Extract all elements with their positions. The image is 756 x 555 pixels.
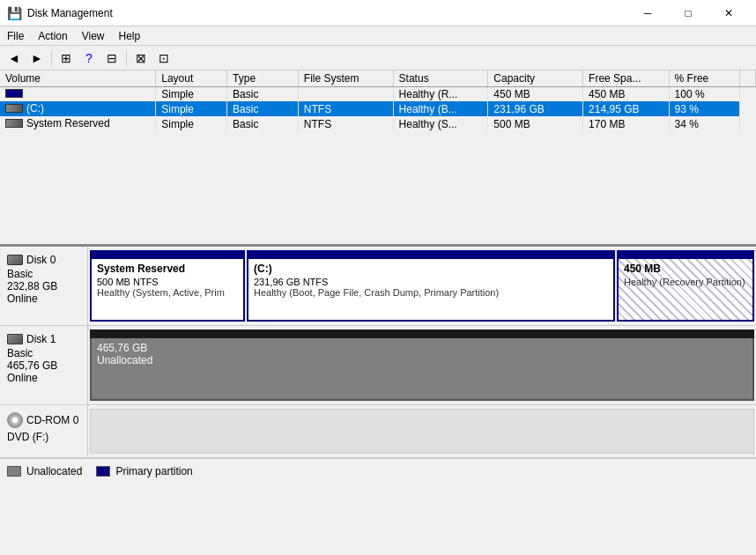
menu-bar: File Action View Help — [0, 26, 756, 46]
disk0-type: Basic — [7, 268, 80, 280]
cell-fs: NTFS — [298, 116, 393, 131]
cell-type: Basic — [227, 101, 299, 116]
cell-pct: 100 % — [669, 87, 740, 102]
table-row[interactable]: Simple Basic Healthy (R... 450 MB 450 MB… — [0, 87, 756, 102]
partition-name: 450 MB — [624, 263, 747, 275]
disk0-size: 232,88 GB — [7, 280, 80, 292]
partition-status: Healthy (Boot, Page File, Crash Dump, Pr… — [254, 287, 608, 298]
main-content: Volume Layout Type File System Status Ca… — [0, 70, 756, 555]
disk-label-1: Disk 1 Basic 465,76 GB Online — [0, 326, 88, 404]
cell-free: 170 MB — [583, 116, 669, 131]
cell-status: Healthy (R... — [393, 87, 488, 102]
partition-size: 231,96 GB NTFS — [254, 277, 608, 287]
partition-name: (C:) — [254, 263, 608, 275]
cell-free: 214,95 GB — [583, 101, 669, 116]
legend-box-unallocated — [7, 466, 21, 477]
cell-type: Basic — [227, 116, 299, 131]
cdrom-type: DVD (F:) — [7, 431, 80, 443]
legend-primary: Primary partition — [96, 465, 192, 477]
legend-label-unallocated: Unallocated — [26, 465, 82, 477]
disk1-size: 465,76 GB — [7, 359, 80, 372]
minimize-button[interactable]: ─ — [627, 0, 668, 26]
cell-fs — [298, 87, 393, 102]
cell-capacity: 500 MB — [488, 116, 583, 131]
col-capacity[interactable]: Capacity — [488, 70, 583, 87]
toolbar-list[interactable]: ⊞ — [56, 48, 77, 68]
cell-capacity: 450 MB — [488, 87, 583, 102]
legend-bar: Unallocated Primary partition — [0, 458, 756, 483]
disk-label-cdrom: CD-ROM 0 DVD (F:) — [0, 405, 88, 457]
disk1-status: Online — [7, 372, 80, 384]
col-filesystem[interactable]: File System — [298, 70, 393, 87]
legend-box-primary — [96, 466, 110, 477]
toolbar-sep2 — [126, 50, 127, 66]
col-percent[interactable]: % Free — [669, 70, 740, 87]
cell-volume — [0, 87, 156, 102]
app-icon: 💾 — [7, 6, 22, 20]
partition-c-drive[interactable]: (C:) 231,96 GB NTFS Healthy (Boot, Page … — [247, 259, 615, 322]
disk-row-cdrom: CD-ROM 0 DVD (F:) — [0, 405, 756, 458]
maximize-button[interactable]: □ — [668, 0, 708, 26]
unallocated-label: Unallocated — [97, 354, 747, 366]
partition-size: 500 MB NTFS — [97, 277, 238, 287]
col-layout[interactable]: Layout — [156, 70, 227, 87]
disk-label-0: Disk 0 Basic 232,88 GB Online — [0, 247, 88, 325]
disk-row-0: Disk 0 Basic 232,88 GB Online System Res… — [0, 247, 756, 326]
menu-action[interactable]: Action — [31, 28, 74, 44]
partition-recovery[interactable]: 450 MB Healthy (Recovery Partition) — [617, 259, 754, 322]
toolbar-settings[interactable]: ⊟ — [101, 48, 122, 68]
toolbar-sep1 — [51, 50, 52, 66]
cell-layout: Simple — [156, 116, 227, 131]
toolbar-forward[interactable]: ► — [26, 48, 48, 68]
col-volume[interactable]: Volume — [0, 70, 156, 87]
disk1-type: Basic — [7, 347, 80, 359]
menu-view[interactable]: View — [75, 28, 112, 44]
unallocated-size: 465,76 GB — [97, 342, 747, 354]
cell-layout: Simple — [156, 87, 227, 102]
disk0-name: Disk 0 — [26, 254, 56, 266]
cell-layout: Simple — [156, 101, 227, 116]
disk-row-1: Disk 1 Basic 465,76 GB Online 465,76 GB … — [0, 326, 756, 405]
toolbar-extra[interactable]: ⊡ — [153, 48, 174, 68]
cell-fs: NTFS — [298, 101, 393, 116]
toolbar-help[interactable]: ? — [78, 48, 100, 68]
table-row[interactable]: System Reserved Simple Basic NTFS Health… — [0, 116, 756, 131]
col-freespace[interactable]: Free Spa... — [583, 70, 669, 87]
cell-pct: 93 % — [669, 101, 740, 116]
title-bar: 💾 Disk Management ─ □ ✕ — [0, 0, 756, 26]
col-extra — [740, 70, 756, 87]
menu-help[interactable]: Help — [112, 28, 148, 44]
disk1-name: Disk 1 — [26, 333, 56, 345]
disk-view-pane: Disk 0 Basic 232,88 GB Online System Res… — [0, 247, 756, 555]
cell-pct: 34 % — [669, 116, 740, 131]
cell-volume: System Reserved — [0, 116, 156, 131]
toolbar: ◄ ► ⊞ ? ⊟ ⊠ ⊡ — [0, 46, 756, 70]
cell-status: Healthy (S... — [393, 116, 488, 131]
cdrom-name: CD-ROM 0 — [26, 414, 78, 426]
col-status[interactable]: Status — [393, 70, 488, 87]
partition-status: Healthy (System, Active, Prim — [97, 287, 238, 298]
close-button[interactable]: ✕ — [708, 0, 749, 26]
legend-label-primary: Primary partition — [115, 465, 192, 477]
col-type[interactable]: Type — [227, 70, 299, 87]
toolbar-detail[interactable]: ⊠ — [130, 48, 152, 68]
cell-status: Healthy (B... — [393, 101, 488, 116]
cell-type: Basic — [227, 87, 299, 102]
cell-free: 450 MB — [583, 87, 669, 102]
menu-file[interactable]: File — [0, 28, 31, 44]
toolbar-back[interactable]: ◄ — [4, 48, 25, 68]
disk0-status: Online — [7, 292, 80, 305]
volume-table: Volume Layout Type File System Status Ca… — [0, 70, 756, 131]
legend-unallocated: Unallocated — [7, 465, 82, 477]
cell-capacity: 231,96 GB — [488, 101, 583, 116]
window-title: Disk Management — [27, 7, 113, 19]
partition-system-reserved[interactable]: System Reserved 500 MB NTFS Healthy (Sys… — [90, 259, 245, 322]
partition-unallocated[interactable]: 465,76 GB Unallocated — [90, 338, 754, 401]
table-row[interactable]: (C:) Simple Basic NTFS Healthy (B... 231… — [0, 101, 756, 116]
partition-status: Healthy (Recovery Partition) — [624, 277, 747, 287]
cell-volume: (C:) — [0, 101, 156, 116]
partition-name: System Reserved — [97, 263, 238, 275]
volume-table-pane: Volume Layout Type File System Status Ca… — [0, 70, 756, 247]
